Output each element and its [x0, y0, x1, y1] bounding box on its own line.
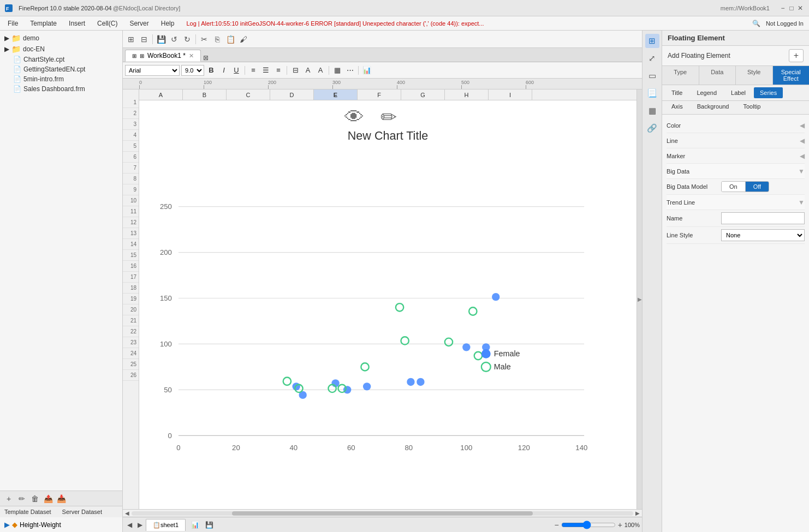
col-i[interactable]: I [489, 89, 532, 100]
tree-item-sales[interactable]: 📄 Sales Dashboard.frm [0, 84, 122, 94]
sheet-tab-sheet1[interactable]: 📋 sheet1 [146, 519, 186, 531]
align-right-button[interactable]: ≡ [273, 65, 284, 76]
toggle-off-button[interactable]: Off [746, 182, 769, 192]
tb-save-button[interactable]: 💾 [155, 33, 167, 45]
tab-workbook1[interactable]: ⊞ ⊞ WorkBook1 * ✕ [125, 50, 201, 62]
right-tab-special-effect[interactable]: Special Effect [773, 66, 810, 85]
hscroll-bar[interactable]: ◀ ▶ [123, 509, 642, 517]
tb-copy-button[interactable]: ⎘ [211, 33, 223, 45]
collapse-panel-button[interactable]: ▶ [637, 89, 642, 509]
col-e[interactable]: E [314, 89, 358, 100]
zoom-out-button[interactable]: − [554, 521, 558, 529]
font-family-select[interactable]: Arial [125, 65, 180, 76]
fill-color-button[interactable]: A [302, 65, 313, 76]
menu-file[interactable]: File [2, 19, 23, 28]
strip-grid2-icon[interactable]: ▦ [645, 104, 659, 118]
italic-button[interactable]: I [218, 65, 229, 76]
sub-tab-title[interactable]: Title [665, 87, 688, 98]
sheet-save-button[interactable]: 💾 [203, 519, 215, 531]
menu-help[interactable]: Help [156, 19, 180, 28]
tree-item-gettingstarted[interactable]: 📄 GettingStartedEN.cpt [0, 64, 122, 74]
minimize-button[interactable]: − [778, 4, 787, 13]
sub-tab-tooltip[interactable]: Tooltip [737, 101, 767, 112]
col-g[interactable]: G [401, 89, 445, 100]
tb-cut-button[interactable]: ✂ [198, 33, 210, 45]
right-tab-type[interactable]: Type [662, 66, 699, 85]
hscroll-left-button[interactable]: ◀ [125, 510, 129, 516]
prop-marker-arrow[interactable]: ◀ [800, 152, 805, 160]
bold-button[interactable]: B [206, 65, 217, 76]
sub-tab-background[interactable]: Background [691, 101, 735, 112]
strip-page-icon[interactable]: 📃 [645, 86, 659, 100]
underline-button[interactable]: U [231, 65, 242, 76]
zoom-slider[interactable] [561, 521, 616, 529]
tb-format-button[interactable]: 🖌 [237, 33, 249, 45]
col-h[interactable]: H [445, 89, 489, 100]
col-a[interactable]: A [139, 89, 183, 100]
tab-bar-action-icon[interactable]: ⊠ [203, 54, 209, 62]
sidebar-export-button[interactable]: 📤 [43, 493, 53, 504]
toggle-on-button[interactable]: On [722, 182, 746, 192]
search-button[interactable]: 🔍 [752, 20, 760, 27]
col-c[interactable]: C [227, 89, 270, 100]
menu-cell[interactable]: Cell(C) [92, 19, 123, 28]
prop-name-input[interactable] [721, 212, 805, 224]
sidebar-edit-button[interactable]: ✏ [16, 493, 27, 504]
tb-redo-button[interactable]: ↻ [181, 33, 193, 45]
strip-expand-icon[interactable]: ⤢ [645, 51, 659, 65]
sidebar-delete-button[interactable]: 🗑 [29, 493, 40, 504]
font-size-select[interactable]: 9.0 [181, 65, 204, 76]
prop-big-data-expand[interactable]: ▼ [798, 168, 805, 175]
chart-container[interactable]: 👁 ✏ New Chart Title [139, 100, 637, 509]
tb-undo-button[interactable]: ↺ [168, 33, 180, 45]
edit-chart-icon[interactable]: ✏ [380, 106, 397, 129]
menu-template[interactable]: Template [25, 19, 62, 28]
dataset-item-height-weight[interactable]: ▶ ◆ Height-Weight [4, 519, 118, 530]
prop-line-style-select[interactable]: None Solid Dashed [721, 229, 805, 241]
sub-tab-axis[interactable]: Axis [665, 101, 689, 112]
strip-link-icon[interactable]: 🔗 [645, 121, 659, 135]
zoom-in-button[interactable]: + [618, 521, 622, 529]
hide-chart-icon[interactable]: 👁 [344, 106, 364, 129]
prop-trend-line-expand[interactable]: ▼ [798, 199, 805, 206]
sub-tab-legend[interactable]: Legend [691, 87, 723, 98]
hscroll-right-button[interactable]: ▶ [635, 510, 640, 516]
tree-item-5min[interactable]: 📄 5min-intro.frm [0, 74, 122, 84]
tb-doc-icon[interactable]: ⊟ [138, 33, 150, 45]
sidebar-import-button[interactable]: 📥 [56, 493, 67, 504]
strip-rect-icon[interactable]: ▭ [645, 69, 659, 83]
sheet-nav-prev[interactable]: ◀ [125, 520, 134, 530]
prop-line-arrow[interactable]: ◀ [800, 137, 805, 145]
right-tab-data[interactable]: Data [699, 66, 736, 85]
add-floating-button[interactable]: + [789, 49, 804, 62]
close-button[interactable]: ✕ [796, 4, 805, 13]
align-left-button[interactable]: ≡ [248, 65, 259, 76]
sub-tab-label[interactable]: Label [725, 87, 752, 98]
tree-item-doc-en[interactable]: ▶ 📁 doc-EN [0, 44, 122, 55]
sidebar-add-button[interactable]: + [3, 493, 14, 504]
tree-item-chartstyle[interactable]: 📄 ChartStyle.cpt [0, 55, 122, 64]
merge-button[interactable]: ⊟ [290, 65, 301, 76]
col-b[interactable]: B [183, 89, 227, 100]
menu-server[interactable]: Server [124, 19, 154, 28]
tb-paste-button[interactable]: 📋 [224, 33, 236, 45]
sheet-nav-next[interactable]: ▶ [135, 520, 145, 530]
col-f[interactable]: F [358, 89, 401, 100]
align-center-button[interactable]: ☰ [260, 65, 271, 76]
tab-close-button[interactable]: ✕ [189, 52, 194, 59]
text-color-button[interactable]: A [315, 65, 326, 76]
prop-color-arrow[interactable]: ◀ [800, 122, 805, 129]
col-d[interactable]: D [270, 89, 314, 100]
hscroll-thumb[interactable] [232, 511, 533, 516]
maximize-button[interactable]: □ [787, 4, 796, 13]
sheet-add-report-button[interactable]: 📊 [189, 519, 201, 531]
strip-table-icon[interactable]: ⊞ [645, 34, 659, 48]
menu-insert[interactable]: Insert [63, 19, 91, 28]
right-tab-style[interactable]: Style [736, 66, 773, 85]
tb-workbook-icon[interactable]: ⊞ [125, 33, 137, 45]
border-button[interactable]: ▦ [332, 65, 343, 76]
sub-tab-series[interactable]: Series [754, 87, 783, 98]
more-button[interactable]: ⋯ [344, 65, 355, 76]
chart-button[interactable]: 📊 [361, 65, 372, 76]
tree-item-demo[interactable]: ▶ 📁 demo [0, 33, 122, 44]
